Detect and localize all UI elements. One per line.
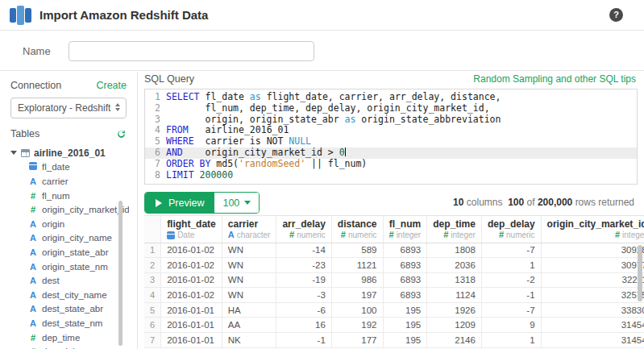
tables-label: Tables bbox=[10, 128, 39, 139]
tree-column-dest_city_name[interactable]: Adest_city_name bbox=[10, 288, 129, 302]
tree-column-origin_state_abr[interactable]: Aorigin_state_abr bbox=[10, 245, 129, 260]
preview-button-label: Preview bbox=[168, 197, 204, 209]
tree-column-origin_city_market_id[interactable]: #origin_city_market_id bbox=[10, 202, 129, 217]
sql-line-2: 2 fl_num, dep_time, dep_delay, origin_ci… bbox=[145, 103, 637, 114]
tree-column-dep_delay[interactable]: #dep_delay bbox=[10, 344, 129, 349]
cell-dep_time: 1926 bbox=[427, 302, 482, 318]
tables-tree: airline_2016_01fl_dateAcarrier#fl_num#or… bbox=[10, 146, 129, 349]
text-cursor bbox=[345, 147, 346, 156]
table-scrollbar[interactable] bbox=[638, 245, 642, 301]
line-number: 8 bbox=[145, 170, 166, 181]
line-number: 4 bbox=[145, 125, 166, 136]
tree-column-origin_city_name[interactable]: Aorigin_city_name bbox=[10, 231, 129, 246]
cell-dep_time: 2146 bbox=[427, 333, 482, 348]
row-number: 2 bbox=[144, 258, 161, 273]
cell-arr_delay: -3 bbox=[276, 288, 331, 303]
tree-column-dep_time[interactable]: #dep_time bbox=[10, 330, 129, 345]
column-header-dep_time[interactable]: dep_time#integer bbox=[427, 216, 482, 243]
sql-line-3: 3 origin, origin_state_abr as origin_sta… bbox=[145, 114, 637, 126]
cell-arr_delay: 16 bbox=[276, 318, 331, 333]
result-summary: 10 columns 100 of 200,000 rows returned bbox=[453, 197, 634, 208]
column-header-dep_delay[interactable]: dep_delay#numeric bbox=[481, 216, 541, 243]
cell-dep_time: 2036 bbox=[427, 258, 482, 273]
cell-distance: 100 bbox=[331, 302, 383, 318]
name-input[interactable] bbox=[69, 41, 314, 61]
cell-distance: 177 bbox=[331, 333, 383, 348]
table-row: 32016-01-02WN-1998668931318-232211LASN bbox=[144, 272, 644, 288]
row-number: 3 bbox=[144, 272, 161, 288]
table-icon bbox=[21, 149, 30, 157]
cell-fl_num: 6893 bbox=[383, 258, 427, 273]
row-number: 1 bbox=[144, 243, 161, 258]
main-panel: SQL Query Random Sampling and other SQL … bbox=[138, 72, 644, 349]
tree-column-carrier[interactable]: Acarrier bbox=[10, 174, 129, 189]
cell-origin_city_market_id: 30977 bbox=[541, 258, 644, 273]
create-connection-link[interactable]: Create bbox=[96, 80, 127, 91]
cell-fl_num: 6893 bbox=[383, 272, 427, 288]
cell-dep_delay: 1 bbox=[481, 258, 541, 273]
sql-line-8: 8LIMIT 200000 bbox=[145, 170, 637, 181]
cell-flight_date: 2016-01-02 bbox=[161, 243, 222, 258]
cell-distance: 986 bbox=[331, 272, 383, 288]
cell-distance: 589 bbox=[331, 243, 383, 258]
sql-line-5: 5WHERE carrier is NOT NULL bbox=[145, 136, 637, 147]
character-type-icon: A bbox=[30, 219, 36, 229]
column-header-flight_date[interactable]: flight_dateDate bbox=[161, 216, 222, 243]
tree-column-dest_state_abr[interactable]: Adest_state_abr bbox=[10, 302, 129, 317]
refresh-icon[interactable] bbox=[116, 129, 127, 139]
line-number: 7 bbox=[145, 159, 166, 170]
preview-limit-value: 100 bbox=[222, 197, 239, 209]
tree-column-dest[interactable]: Adest bbox=[10, 273, 129, 288]
sidebar-scrollbar[interactable] bbox=[118, 201, 123, 346]
cell-carrier: WN bbox=[222, 288, 276, 303]
numeric-type-icon: # bbox=[289, 230, 294, 240]
line-number: 3 bbox=[145, 114, 166, 126]
line-number: 6 bbox=[145, 147, 166, 159]
name-label: Name bbox=[23, 31, 51, 71]
column-header-distance[interactable]: distance#numeric bbox=[331, 216, 383, 243]
tree-column-origin[interactable]: Aorigin bbox=[10, 217, 129, 231]
tree-column-fl_num[interactable]: #fl_num bbox=[10, 189, 129, 203]
cell-arr_delay: -14 bbox=[276, 243, 331, 258]
tree-table-airline_2016_01[interactable]: airline_2016_01 bbox=[10, 146, 129, 160]
cell-fl_num: 6893 bbox=[383, 243, 427, 258]
column-header-origin_city_market_id[interactable]: origin_city_market_id#integer bbox=[541, 216, 644, 243]
connection-select[interactable]: Exploratory - Redshift bbox=[10, 98, 127, 118]
preview-limit-dropdown[interactable]: 100 bbox=[214, 193, 259, 213]
cell-dep_time: 1318 bbox=[427, 272, 482, 288]
column-header-fl_num[interactable]: fl_num#integer bbox=[383, 216, 427, 243]
preview-button[interactable]: Preview bbox=[145, 193, 214, 213]
tree-column-fl_date[interactable]: fl_date bbox=[10, 160, 129, 175]
character-type-icon: A bbox=[30, 262, 36, 272]
cell-arr_delay: -6 bbox=[276, 302, 331, 318]
character-type-icon: A bbox=[30, 247, 36, 257]
cell-origin_city_market_id: 31454 bbox=[541, 333, 644, 348]
cell-arr_delay: -23 bbox=[276, 258, 331, 273]
cell-origin_city_market_id: 32575 bbox=[541, 288, 644, 303]
cell-dep_delay: -1 bbox=[481, 288, 541, 303]
row-number: 6 bbox=[144, 318, 161, 333]
page-title: Import Amazon Redshift Data bbox=[39, 8, 208, 22]
cell-flight_date: 2016-01-01 bbox=[161, 302, 222, 318]
numeric-type-icon: # bbox=[31, 205, 35, 214]
cell-dep_delay: 1 bbox=[481, 333, 541, 348]
sql-line-7: 7ORDER BY md5('randomSeed' || fl_num) bbox=[145, 159, 637, 170]
tree-column-origin_state_nm[interactable]: Aorigin_state_nm bbox=[10, 260, 129, 274]
line-number: 2 bbox=[145, 103, 166, 114]
cell-flight_date: 2016-01-01 bbox=[161, 333, 222, 348]
cell-origin_city_market_id: 31454 bbox=[541, 318, 644, 333]
help-icon[interactable]: ? bbox=[609, 8, 623, 22]
cell-carrier: HA bbox=[222, 302, 276, 318]
column-header-arr_delay[interactable]: arr_delay#numeric bbox=[276, 216, 331, 243]
sql-tips-link[interactable]: Random Sampling and other SQL tips bbox=[473, 73, 636, 85]
cell-distance: 192 bbox=[331, 318, 383, 333]
tree-column-dest_state_nm[interactable]: Adest_state_nm bbox=[10, 316, 129, 330]
preview-button-group: Preview 100 bbox=[144, 192, 260, 214]
numeric-type-icon: # bbox=[341, 230, 346, 240]
sql-editor[interactable]: 1SELECT fl_date as flight_date, carrier,… bbox=[144, 89, 638, 185]
sql-line-1: 1SELECT fl_date as flight_date, carrier,… bbox=[145, 92, 637, 103]
column-header-carrier[interactable]: carrierAcharacter bbox=[222, 216, 276, 243]
character-type-icon: A bbox=[30, 290, 36, 300]
numeric-type-icon: # bbox=[615, 230, 620, 240]
calendar-icon bbox=[29, 162, 37, 170]
